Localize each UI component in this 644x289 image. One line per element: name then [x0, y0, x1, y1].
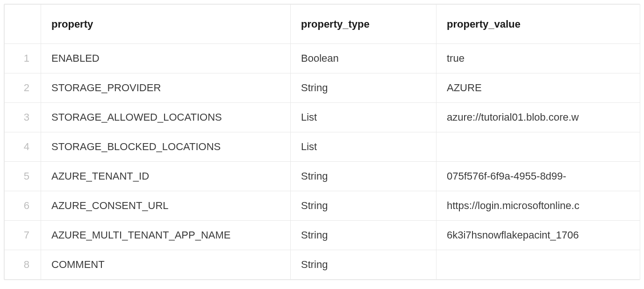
cell-property-type: String — [291, 221, 436, 250]
cell-property-value: 6k3i7hsnowflakepacint_1706 — [436, 221, 641, 250]
cell-property-value: true — [436, 44, 641, 73]
row-number: 6 — [5, 191, 41, 221]
table-row[interactable]: 2STORAGE_PROVIDERStringAZURE — [5, 73, 641, 103]
cell-property-type: String — [291, 73, 436, 103]
table-row[interactable]: 3STORAGE_ALLOWED_LOCATIONSListazure://tu… — [5, 103, 641, 132]
cell-property: AZURE_CONSENT_URL — [41, 191, 291, 221]
table-row[interactable]: 6AZURE_CONSENT_URLStringhttps://login.mi… — [5, 191, 641, 221]
table-row[interactable]: 5AZURE_TENANT_IDString075f576f-6f9a-4955… — [5, 162, 641, 191]
cell-property: STORAGE_ALLOWED_LOCATIONS — [41, 103, 291, 132]
column-header-property[interactable]: property — [41, 5, 291, 44]
table-row[interactable]: 7AZURE_MULTI_TENANT_APP_NAMEString6k3i7h… — [5, 221, 641, 250]
row-number: 8 — [5, 250, 41, 280]
row-number: 7 — [5, 221, 41, 250]
row-number: 5 — [5, 162, 41, 191]
cell-property: AZURE_TENANT_ID — [41, 162, 291, 191]
column-header-property-value[interactable]: property_value — [436, 5, 641, 44]
row-number-header — [5, 5, 41, 44]
cell-property: STORAGE_PROVIDER — [41, 73, 291, 103]
cell-property-value — [436, 250, 641, 280]
row-number: 3 — [5, 103, 41, 132]
cell-property-value: 075f576f-6f9a-4955-8d99- — [436, 162, 641, 191]
cell-property: COMMENT — [41, 250, 291, 280]
table-row[interactable]: 1ENABLEDBooleantrue — [5, 44, 641, 73]
cell-property-type: String — [291, 162, 436, 191]
table-row[interactable]: 8COMMENTString — [5, 250, 641, 280]
cell-property: STORAGE_BLOCKED_LOCATIONS — [41, 132, 291, 162]
cell-property-value: AZURE — [436, 73, 641, 103]
table-row[interactable]: 4STORAGE_BLOCKED_LOCATIONSList — [5, 132, 641, 162]
cell-property-value — [436, 132, 641, 162]
cell-property-type: String — [291, 191, 436, 221]
cell-property-type: List — [291, 132, 436, 162]
column-header-property-type[interactable]: property_type — [291, 5, 436, 44]
results-table-container: property property_type property_value 1E… — [4, 4, 640, 280]
cell-property-type: List — [291, 103, 436, 132]
cell-property-value: https://login.microsoftonline.c — [436, 191, 641, 221]
cell-property-value: azure://tutorial01.blob.core.w — [436, 103, 641, 132]
cell-property-type: String — [291, 250, 436, 280]
row-number: 2 — [5, 73, 41, 103]
results-table: property property_type property_value 1E… — [4, 4, 640, 280]
table-header-row: property property_type property_value — [5, 5, 641, 44]
cell-property: AZURE_MULTI_TENANT_APP_NAME — [41, 221, 291, 250]
cell-property: ENABLED — [41, 44, 291, 73]
row-number: 4 — [5, 132, 41, 162]
row-number: 1 — [5, 44, 41, 73]
cell-property-type: Boolean — [291, 44, 436, 73]
